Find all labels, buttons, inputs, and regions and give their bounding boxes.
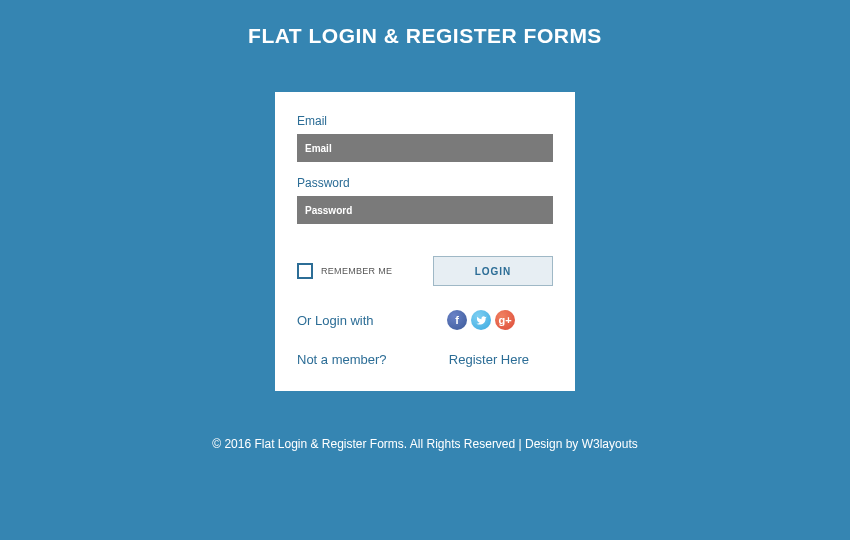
page-title: FLAT LOGIN & REGISTER FORMS <box>248 24 602 48</box>
twitter-icon[interactable] <box>471 310 491 330</box>
or-login-with-label: Or Login with <box>297 313 374 328</box>
footer-design-link[interactable]: W3layouts <box>582 437 638 451</box>
not-a-member-label: Not a member? <box>297 352 387 367</box>
password-label: Password <box>297 176 553 190</box>
register-here-link[interactable]: Register Here <box>449 352 553 367</box>
checkbox-icon[interactable] <box>297 263 313 279</box>
login-card: Email Password REMEMBER ME LOGIN Or Logi… <box>275 92 575 391</box>
google-plus-icon[interactable]: g+ <box>495 310 515 330</box>
remember-me-label: REMEMBER ME <box>321 266 392 276</box>
twitter-bird-icon <box>476 315 487 326</box>
social-icons: f g+ <box>447 310 553 330</box>
remember-me[interactable]: REMEMBER ME <box>297 263 392 279</box>
email-label: Email <box>297 114 553 128</box>
email-field[interactable] <box>297 134 553 162</box>
footer: © 2016 Flat Login & Register Forms. All … <box>212 437 637 451</box>
remember-login-row: REMEMBER ME LOGIN <box>297 256 553 286</box>
password-field[interactable] <box>297 196 553 224</box>
login-button[interactable]: LOGIN <box>433 256 553 286</box>
register-row: Not a member? Register Here <box>297 352 553 367</box>
facebook-icon[interactable]: f <box>447 310 467 330</box>
footer-text: © 2016 Flat Login & Register Forms. All … <box>212 437 581 451</box>
social-login-row: Or Login with f g+ <box>297 310 553 330</box>
